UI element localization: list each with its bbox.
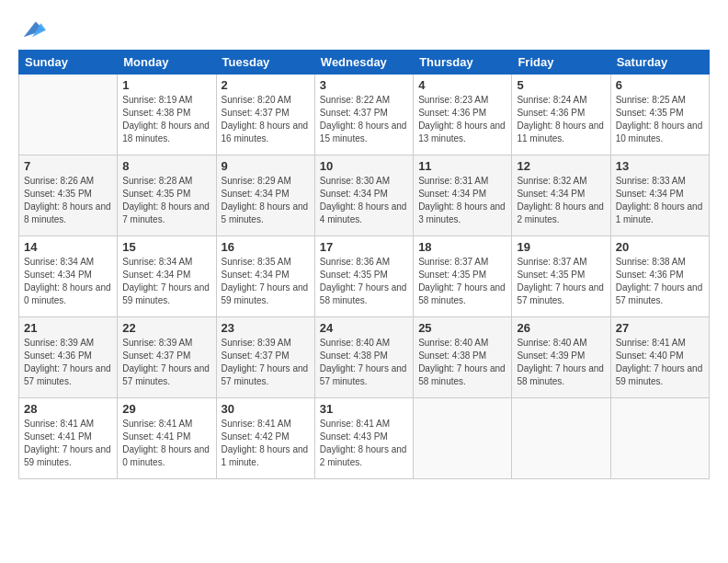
day-number: 12	[517, 159, 605, 173]
calendar-cell: 16Sunrise: 8:35 AM Sunset: 4:34 PM Dayli…	[216, 236, 314, 317]
calendar-cell: 29Sunrise: 8:41 AM Sunset: 4:41 PM Dayli…	[118, 398, 216, 479]
day-info: Sunrise: 8:41 AM Sunset: 4:42 PM Dayligh…	[222, 418, 310, 469]
day-info: Sunrise: 8:40 AM Sunset: 4:38 PM Dayligh…	[418, 337, 506, 388]
calendar-week-row: 7Sunrise: 8:26 AM Sunset: 4:35 PM Daylig…	[19, 155, 710, 236]
calendar-cell: 19Sunrise: 8:37 AM Sunset: 4:35 PM Dayli…	[512, 236, 610, 317]
day-info: Sunrise: 8:41 AM Sunset: 4:43 PM Dayligh…	[320, 418, 408, 469]
day-number: 11	[418, 159, 506, 173]
calendar-cell: 4Sunrise: 8:23 AM Sunset: 4:36 PM Daylig…	[414, 75, 512, 155]
weekday-header: Saturday	[610, 51, 709, 75]
day-number: 14	[24, 240, 112, 254]
logo-icon	[20, 15, 46, 40]
calendar-cell: 21Sunrise: 8:39 AM Sunset: 4:36 PM Dayli…	[19, 317, 118, 398]
day-info: Sunrise: 8:23 AM Sunset: 4:36 PM Dayligh…	[418, 94, 506, 145]
calendar-cell	[512, 398, 610, 479]
day-number: 2	[222, 78, 310, 92]
day-number: 19	[517, 240, 605, 254]
day-info: Sunrise: 8:32 AM Sunset: 4:34 PM Dayligh…	[517, 175, 605, 226]
calendar-cell: 17Sunrise: 8:36 AM Sunset: 4:35 PM Dayli…	[314, 236, 413, 317]
calendar-cell: 15Sunrise: 8:34 AM Sunset: 4:34 PM Dayli…	[118, 236, 216, 317]
day-number: 3	[320, 78, 408, 92]
day-info: Sunrise: 8:34 AM Sunset: 4:34 PM Dayligh…	[122, 256, 210, 307]
day-number: 27	[616, 321, 704, 335]
day-number: 22	[122, 321, 210, 335]
day-info: Sunrise: 8:38 AM Sunset: 4:36 PM Dayligh…	[616, 256, 704, 307]
weekday-header: Friday	[512, 51, 610, 75]
day-number: 8	[122, 159, 210, 173]
day-info: Sunrise: 8:25 AM Sunset: 4:35 PM Dayligh…	[616, 94, 704, 145]
calendar-cell: 23Sunrise: 8:39 AM Sunset: 4:37 PM Dayli…	[216, 317, 314, 398]
calendar-cell: 8Sunrise: 8:28 AM Sunset: 4:35 PM Daylig…	[118, 155, 216, 236]
day-number: 21	[24, 321, 112, 335]
day-info: Sunrise: 8:31 AM Sunset: 4:34 PM Dayligh…	[418, 175, 506, 226]
day-info: Sunrise: 8:34 AM Sunset: 4:34 PM Dayligh…	[24, 256, 112, 307]
day-number: 23	[222, 321, 310, 335]
calendar-cell: 1Sunrise: 8:19 AM Sunset: 4:38 PM Daylig…	[118, 75, 216, 155]
day-info: Sunrise: 8:20 AM Sunset: 4:37 PM Dayligh…	[222, 94, 310, 145]
day-number: 24	[320, 321, 408, 335]
calendar-cell: 5Sunrise: 8:24 AM Sunset: 4:36 PM Daylig…	[512, 75, 610, 155]
calendar-cell: 24Sunrise: 8:40 AM Sunset: 4:38 PM Dayli…	[314, 317, 413, 398]
weekday-header: Monday	[118, 51, 216, 75]
day-number: 6	[616, 78, 704, 92]
day-number: 25	[418, 321, 506, 335]
calendar-cell: 10Sunrise: 8:30 AM Sunset: 4:34 PM Dayli…	[314, 155, 413, 236]
calendar-cell: 11Sunrise: 8:31 AM Sunset: 4:34 PM Dayli…	[414, 155, 512, 236]
day-info: Sunrise: 8:35 AM Sunset: 4:34 PM Dayligh…	[222, 256, 310, 307]
calendar-cell: 31Sunrise: 8:41 AM Sunset: 4:43 PM Dayli…	[314, 398, 413, 479]
calendar-cell	[19, 75, 118, 155]
day-info: Sunrise: 8:41 AM Sunset: 4:40 PM Dayligh…	[616, 337, 704, 388]
calendar-cell: 14Sunrise: 8:34 AM Sunset: 4:34 PM Dayli…	[19, 236, 118, 317]
logo	[18, 15, 46, 40]
day-info: Sunrise: 8:22 AM Sunset: 4:37 PM Dayligh…	[320, 94, 408, 145]
day-info: Sunrise: 8:37 AM Sunset: 4:35 PM Dayligh…	[517, 256, 605, 307]
day-number: 10	[320, 159, 408, 173]
day-number: 17	[320, 240, 408, 254]
day-info: Sunrise: 8:39 AM Sunset: 4:36 PM Dayligh…	[24, 337, 112, 388]
day-number: 30	[222, 402, 310, 416]
day-number: 26	[517, 321, 605, 335]
calendar-week-row: 28Sunrise: 8:41 AM Sunset: 4:41 PM Dayli…	[19, 398, 710, 479]
calendar-cell: 18Sunrise: 8:37 AM Sunset: 4:35 PM Dayli…	[414, 236, 512, 317]
day-info: Sunrise: 8:19 AM Sunset: 4:38 PM Dayligh…	[122, 94, 210, 145]
day-info: Sunrise: 8:39 AM Sunset: 4:37 PM Dayligh…	[122, 337, 210, 388]
day-info: Sunrise: 8:26 AM Sunset: 4:35 PM Dayligh…	[24, 175, 112, 226]
weekday-header: Sunday	[19, 51, 118, 75]
calendar-week-row: 14Sunrise: 8:34 AM Sunset: 4:34 PM Dayli…	[19, 236, 710, 317]
calendar-cell: 2Sunrise: 8:20 AM Sunset: 4:37 PM Daylig…	[216, 75, 314, 155]
weekday-header: Thursday	[414, 51, 512, 75]
day-info: Sunrise: 8:40 AM Sunset: 4:38 PM Dayligh…	[320, 337, 408, 388]
day-number: 20	[616, 240, 704, 254]
day-number: 1	[122, 78, 210, 92]
day-number: 18	[418, 240, 506, 254]
calendar-cell: 7Sunrise: 8:26 AM Sunset: 4:35 PM Daylig…	[19, 155, 118, 236]
calendar-cell: 28Sunrise: 8:41 AM Sunset: 4:41 PM Dayli…	[19, 398, 118, 479]
day-number: 15	[122, 240, 210, 254]
calendar-cell: 30Sunrise: 8:41 AM Sunset: 4:42 PM Dayli…	[216, 398, 314, 479]
day-number: 13	[616, 159, 704, 173]
page-header	[18, 15, 710, 40]
calendar-cell: 27Sunrise: 8:41 AM Sunset: 4:40 PM Dayli…	[610, 317, 709, 398]
calendar-cell	[610, 398, 709, 479]
calendar-cell: 9Sunrise: 8:29 AM Sunset: 4:34 PM Daylig…	[216, 155, 314, 236]
day-info: Sunrise: 8:41 AM Sunset: 4:41 PM Dayligh…	[122, 418, 210, 469]
day-number: 29	[122, 402, 210, 416]
calendar-header-row: SundayMondayTuesdayWednesdayThursdayFrid…	[19, 51, 710, 75]
day-info: Sunrise: 8:24 AM Sunset: 4:36 PM Dayligh…	[517, 94, 605, 145]
weekday-header: Tuesday	[216, 51, 314, 75]
weekday-header: Wednesday	[314, 51, 413, 75]
calendar-cell: 3Sunrise: 8:22 AM Sunset: 4:37 PM Daylig…	[314, 75, 413, 155]
calendar-week-row: 21Sunrise: 8:39 AM Sunset: 4:36 PM Dayli…	[19, 317, 710, 398]
calendar-cell: 25Sunrise: 8:40 AM Sunset: 4:38 PM Dayli…	[414, 317, 512, 398]
calendar-cell: 20Sunrise: 8:38 AM Sunset: 4:36 PM Dayli…	[610, 236, 709, 317]
day-number: 5	[517, 78, 605, 92]
calendar-week-row: 1Sunrise: 8:19 AM Sunset: 4:38 PM Daylig…	[19, 75, 710, 155]
day-number: 4	[418, 78, 506, 92]
day-number: 7	[24, 159, 112, 173]
day-info: Sunrise: 8:29 AM Sunset: 4:34 PM Dayligh…	[222, 175, 310, 226]
calendar-table: SundayMondayTuesdayWednesdayThursdayFrid…	[18, 50, 710, 479]
day-info: Sunrise: 8:36 AM Sunset: 4:35 PM Dayligh…	[320, 256, 408, 307]
calendar-cell: 13Sunrise: 8:33 AM Sunset: 4:34 PM Dayli…	[610, 155, 709, 236]
calendar-cell	[414, 398, 512, 479]
day-number: 16	[222, 240, 310, 254]
